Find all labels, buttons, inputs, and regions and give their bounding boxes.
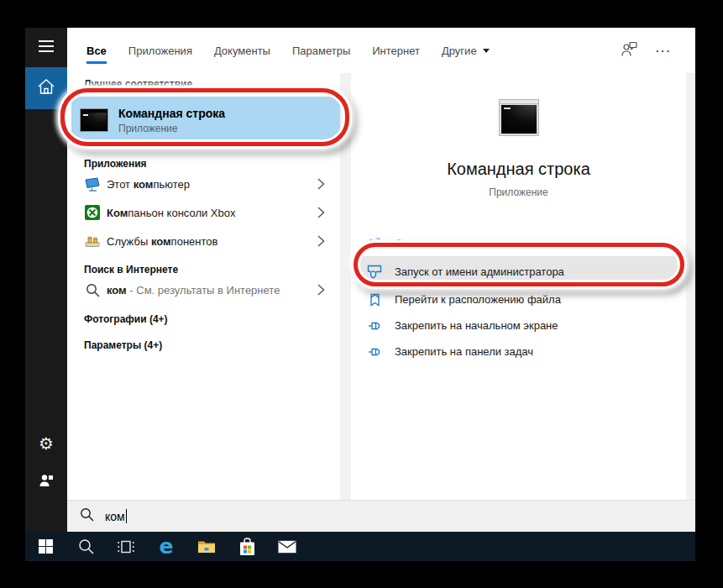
search-input[interactable]: ком xyxy=(67,500,695,532)
settings-header[interactable]: Параметры (4+) xyxy=(84,339,340,351)
best-match-header: Лучшее соответствие xyxy=(84,78,340,90)
component-services-icon xyxy=(84,233,101,249)
edge-logo: e xyxy=(160,536,174,557)
file-location-icon xyxy=(367,292,382,307)
best-match-title: Командная строка xyxy=(118,107,225,120)
preview-subtitle: Приложение xyxy=(489,186,547,198)
run-as-admin-icon xyxy=(367,264,382,279)
search-results-column: Лучшее соответствие Командная строка При… xyxy=(67,73,340,500)
cmd-icon xyxy=(80,108,108,132)
result-label: ком - См. результаты в Интернете xyxy=(107,284,280,297)
search-icon xyxy=(80,507,94,525)
tab-label: Интернет xyxy=(372,45,420,57)
apps-header: Приложения xyxy=(84,158,340,170)
result-label: Компаньон консоли Xbox xyxy=(107,207,236,219)
action-label: Открыть xyxy=(395,237,437,249)
action-pin-to-taskbar[interactable]: Закрепить на панели задач xyxy=(351,339,686,365)
chevron-right-icon[interactable] xyxy=(317,207,325,218)
preview-title: Командная строка xyxy=(447,160,590,179)
start-search-window: ⚙ Все Приложения До xyxy=(25,28,695,561)
user-accounts-icon xyxy=(39,473,54,491)
xbox-icon xyxy=(84,204,101,221)
cmd-icon xyxy=(499,99,539,136)
hamburger-icon[interactable] xyxy=(39,40,54,55)
column-gap xyxy=(340,73,351,500)
tab-label: Все xyxy=(86,45,107,57)
ellipsis-icon[interactable]: ··· xyxy=(656,45,672,57)
home-icon xyxy=(37,78,55,98)
settings-button[interactable]: ⚙ xyxy=(25,432,67,455)
tab-label: Другие xyxy=(442,45,477,57)
pin-icon xyxy=(367,318,382,333)
tab-label: Параметры xyxy=(292,45,350,57)
web-search-header: Поиск в Интернете xyxy=(84,264,340,276)
edge-icon[interactable]: e xyxy=(157,537,176,557)
search-query-text: ком xyxy=(105,510,125,523)
tab-label: Документы xyxy=(214,45,270,57)
chevron-down-icon xyxy=(483,49,490,53)
tab-settings[interactable]: Параметры xyxy=(292,28,350,73)
tab-more[interactable]: Другие xyxy=(442,28,490,73)
action-label: Закрепить на начальном экране xyxy=(395,319,558,332)
result-component-services[interactable]: Службы компонентов xyxy=(67,227,340,255)
pin-icon xyxy=(367,344,382,360)
task-view-icon[interactable] xyxy=(117,537,135,557)
best-match-result[interactable]: Командная строка Приложение xyxy=(71,97,340,144)
action-open[interactable]: Открыть xyxy=(351,230,686,256)
tab-all[interactable]: Все xyxy=(86,28,107,73)
screenshot-stage: ⚙ Все Приложения До xyxy=(0,0,723,588)
action-pin-to-start[interactable]: Закрепить на начальном экране xyxy=(351,312,686,339)
action-label: Закрепить на панели задач xyxy=(395,345,533,358)
search-icon xyxy=(84,281,101,298)
action-label: Запуск от имени администратора xyxy=(395,265,564,278)
result-xbox-companion[interactable]: Компаньон консоли Xbox xyxy=(67,198,340,227)
file-explorer-icon[interactable] xyxy=(197,537,216,557)
search-filter-tabbar: Все Приложения Документы Параметры Интер… xyxy=(67,28,695,73)
text-cursor xyxy=(126,509,127,523)
result-label: Службы компонентов xyxy=(107,235,217,248)
result-web-search[interactable]: ком - См. результаты в Интернете xyxy=(67,276,340,304)
tab-label: Приложения xyxy=(128,45,192,57)
action-open-file-location[interactable]: Перейти к расположению файла xyxy=(351,286,686,312)
mail-icon[interactable] xyxy=(278,537,296,557)
feedback-icon[interactable] xyxy=(621,41,637,60)
preview-panel: Командная строка Приложение Открыть xyxy=(351,73,686,500)
action-label: Перейти к расположению файла xyxy=(395,293,561,306)
start-menu-rail: ⚙ xyxy=(25,28,67,532)
start-icon[interactable] xyxy=(36,537,55,557)
result-this-pc[interactable]: Этот компьютер xyxy=(67,170,340,198)
sidebar-item-home[interactable] xyxy=(25,67,67,109)
tab-documents[interactable]: Документы xyxy=(214,28,270,73)
chevron-right-icon[interactable] xyxy=(317,178,325,190)
result-label: Этот компьютер xyxy=(107,178,190,191)
tab-web[interactable]: Интернет xyxy=(372,28,420,73)
taskbar: e xyxy=(25,532,695,561)
search-icon[interactable] xyxy=(76,537,95,557)
this-pc-icon xyxy=(84,176,101,192)
open-icon xyxy=(367,236,382,251)
tab-apps[interactable]: Приложения xyxy=(128,28,192,73)
chevron-right-icon[interactable] xyxy=(317,235,325,247)
action-run-as-admin[interactable]: Запуск от имени администратора xyxy=(359,256,678,286)
user-accounts-button[interactable] xyxy=(25,470,67,494)
action-list: Открыть Запуск от имени администратора xyxy=(351,230,686,365)
store-icon[interactable] xyxy=(238,537,256,557)
chevron-right-icon[interactable] xyxy=(317,284,325,296)
photos-header[interactable]: Фотографии (4+) xyxy=(84,313,340,325)
best-match-subtitle: Приложение xyxy=(118,123,225,134)
gear-icon: ⚙ xyxy=(39,433,54,454)
